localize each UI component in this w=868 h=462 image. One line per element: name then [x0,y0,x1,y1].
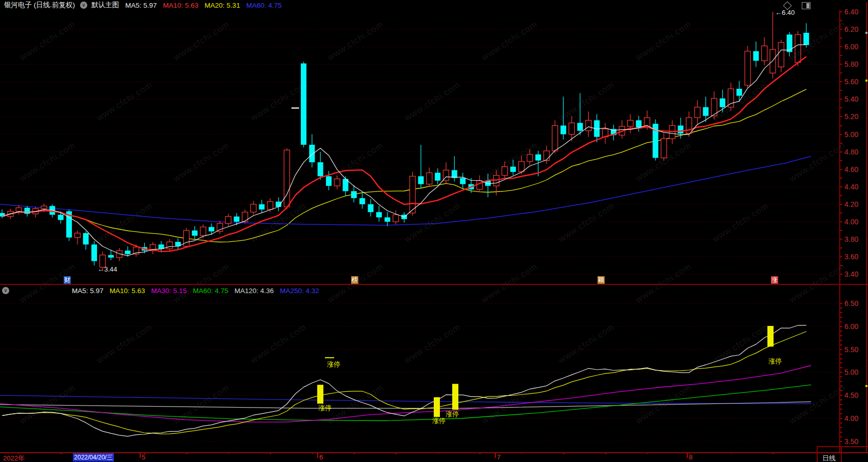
sub-ma60-legend: MA60: 4.75 [193,287,228,295]
high-price-annotation: ←6.40 [775,9,795,16]
event-badge-榜[interactable]: 榜 [351,276,358,284]
ma5-legend: MA5: 5.97 [125,2,157,9]
limit-up-label: 涨停 [446,410,459,418]
indicator-name[interactable]: MA显示涨跌停 [12,285,66,296]
month-tick [495,453,496,458]
corner-box-top-line [817,446,868,447]
ma10-legend: MA10: 5.63 [163,2,199,9]
period-selector[interactable]: 日线 [822,454,836,462]
time-axis-line [0,452,868,453]
chevron-down-icon[interactable]: ∨ [2,287,9,294]
month-tick [140,453,141,458]
limit-up-bar [452,384,458,410]
sub-ma250-legend: MA250: 4.32 [280,287,319,295]
edge-mark-yellow [865,80,867,82]
stock-app-window: 银河电子 (日线.前复权) ∨ 默认主图 MA5: 5.97 MA10: 5.6… [0,0,868,462]
sub-chart-canvas[interactable]: 涨停涨停涨停涨停涨停 [0,296,868,452]
sub-ma5-legend: MA5: 5.97 [72,287,104,295]
corner-box-left-line [817,446,818,462]
sub-ma10-legend: MA10: 5.63 [110,287,145,295]
sub-ma120-legend: MA120: 4.36 [235,287,274,295]
event-badge-财[interactable]: 财 [64,276,71,284]
limit-up-label: 涨停 [432,417,446,425]
ma20-legend: MA20: 5.31 [205,2,240,9]
month-label: 7 [497,453,500,461]
corner-box-mid-line [841,446,842,462]
month-tick [687,453,688,458]
month-label: 6 [319,453,323,461]
event-badge-颖[interactable]: 颖 [597,276,605,284]
year-label: 2022年 [3,454,25,462]
low-price-annotation: ←3.44 [98,265,117,273]
limit-up-bar [767,326,774,346]
limit-up-bar [434,397,440,417]
sub-ma30-legend: MA30: 5.15 [151,287,187,295]
main-chart-canvas[interactable] [0,10,868,285]
edge-mark-gray [865,32,867,34]
limit-up-bar [317,385,323,404]
selected-date-box[interactable]: 2022/04/20/三 [73,453,114,461]
limit-up-label: 涨停 [327,360,340,368]
event-badge-涨[interactable]: 涨 [771,276,778,284]
limit-up-label: 涨停 [768,357,782,365]
price-axis-line [839,10,840,452]
window-titlebar: 银河电子 (日线.前复权) ∨ 默认主图 MA5: 5.97 MA10: 5.6… [0,0,868,10]
panel-divider-line [0,284,868,285]
month-label: 8 [689,453,692,461]
panel-layout-icon[interactable] [802,2,811,9]
month-tick [317,453,318,458]
main-view-selector[interactable]: 默认主图 [91,1,119,10]
month-label: 5 [142,453,145,461]
chevron-down-icon[interactable]: ∨ [80,2,87,9]
sub-panel-header: ∨ MA显示涨跌停 MA5: 5.97 MA10: 5.63 MA30: 5.1… [0,285,868,296]
symbol-title: 银河电子 (日线.前复权) [4,1,75,10]
edge-mark-yellow [865,385,867,387]
limit-up-label: 涨停 [318,404,332,412]
ma60-legend: MA60: 4.75 [246,2,282,9]
